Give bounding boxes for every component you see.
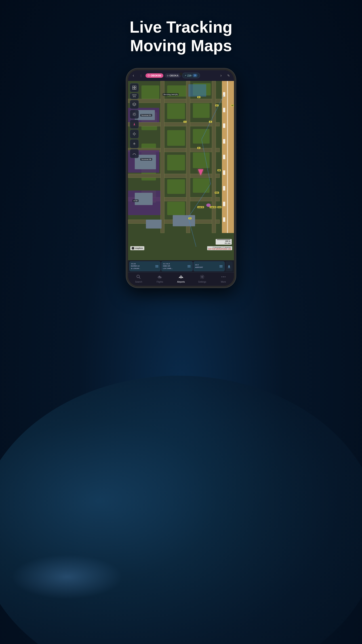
taxiway-s7: S7 xyxy=(215,104,219,106)
taxiway-v2 xyxy=(186,81,190,233)
high-ifr-button[interactable]: HIGH IFR xyxy=(130,93,139,99)
chart-bar: 10-2A BARMI 1H & LOGAN . 11-3 ILS DME OR… xyxy=(128,260,234,272)
grass-12 xyxy=(167,179,185,194)
oboka-pill[interactable]: ◇ OBOKA xyxy=(165,73,181,78)
flights-tab-icon xyxy=(157,274,162,280)
top-nav: ‹ | ⬡ OBOK5N ◇ OBOKA ↗ Z29 16 › ✎ xyxy=(128,70,234,81)
earth-background xyxy=(0,376,362,644)
arc-button[interactable] xyxy=(130,149,139,158)
chart-item-3[interactable]: 10-9 AIRPORT xyxy=(194,262,225,271)
grass-8 xyxy=(193,129,210,144)
grid-button[interactable] xyxy=(130,83,139,92)
tab-bar: Search Flights xyxy=(128,272,234,286)
svg-rect-33 xyxy=(181,277,181,278)
chart-item-3-line1: 10-9 xyxy=(195,264,203,266)
crosshair-button[interactable] xyxy=(130,130,139,138)
svg-point-30 xyxy=(137,275,139,278)
earth-cloud xyxy=(11,554,123,599)
nav-button[interactable] xyxy=(130,120,139,128)
grass-15 xyxy=(167,202,185,215)
deicing-label: De-icing Jedi (D) xyxy=(163,93,179,96)
mapbox-logo: mapbox xyxy=(130,246,144,250)
altitude-button[interactable] xyxy=(130,139,139,148)
taxiway-link52: Link 52 xyxy=(210,206,216,208)
runway-mark3 xyxy=(223,124,225,128)
mapbox-text: mapbox xyxy=(135,247,143,249)
tab-search[interactable]: Search xyxy=(128,274,149,283)
blue-patch-1 xyxy=(188,84,206,96)
layers-button[interactable] xyxy=(130,100,139,109)
z29-pill[interactable]: ↗ Z29 16 xyxy=(182,73,200,78)
runway-mark5 xyxy=(223,155,225,159)
svg-rect-7 xyxy=(134,88,136,90)
scale-0-1nm: 0.1 nm xyxy=(217,242,230,244)
grass-10 xyxy=(193,152,210,168)
svg-rect-6 xyxy=(132,88,134,90)
tab-settings[interactable]: Settings xyxy=(192,274,213,283)
oboka-icon: ◇ xyxy=(167,74,168,77)
chart-item-3-text: 10-9 AIRPORT xyxy=(195,264,203,268)
grass-6 xyxy=(193,103,210,118)
tab-flights[interactable]: Flights xyxy=(149,274,170,283)
svg-line-18 xyxy=(135,113,136,113)
taxiway-link53: Link 53 xyxy=(197,206,204,208)
taxiway-b-mid: B xyxy=(197,147,200,149)
runway-mark1 xyxy=(223,92,225,96)
phone-camera xyxy=(179,72,183,76)
bldg-bottom-1 xyxy=(173,215,195,226)
scale-200m: 200 m xyxy=(217,240,230,242)
svg-rect-32 xyxy=(159,276,160,278)
map-copyright: © Navigraph | © Jeppesen NOT FOR NAVIGAT… xyxy=(207,246,232,250)
sun-button[interactable] xyxy=(130,110,139,119)
search-tab-label: Search xyxy=(135,281,142,283)
runway-mark4 xyxy=(223,139,225,144)
tab-more[interactable]: More xyxy=(213,274,234,283)
phone-wrapper: ‹ | ⬡ OBOK5N ◇ OBOKA ↗ Z29 16 › ✎ xyxy=(126,68,236,288)
forward-button[interactable]: › xyxy=(218,72,224,79)
taxiway-v1 xyxy=(160,81,164,233)
phone-screen: ‹ | ⬡ OBOK5N ◇ OBOKA ↗ Z29 16 › ✎ xyxy=(128,70,234,286)
svg-point-36 xyxy=(223,276,224,277)
svg-marker-20 xyxy=(134,122,135,126)
back-button[interactable]: ‹ xyxy=(130,72,137,79)
oboka-label: OBOKA xyxy=(169,74,179,77)
grass-7 xyxy=(167,130,185,146)
chart-layers-icon-2 xyxy=(187,264,191,268)
svg-rect-4 xyxy=(132,86,134,88)
chart-layers-icon-1 xyxy=(155,264,159,268)
tab-airports[interactable]: Airports xyxy=(170,274,192,283)
chart-item-2[interactable]: 11-3 ILS DME OR LOC DME... xyxy=(161,262,192,271)
chart-item-2-line1: 11-3 ILS xyxy=(163,263,173,265)
runway-mark7 xyxy=(223,186,225,190)
taxiway-s11: S11 xyxy=(217,206,221,208)
runway-mark9 xyxy=(223,217,225,222)
svg-point-21 xyxy=(133,133,135,135)
separator: | xyxy=(138,72,144,79)
svg-point-35 xyxy=(221,276,222,277)
runway-mark2 xyxy=(223,108,225,112)
flights-tab-label: Flights xyxy=(156,281,163,283)
terminal5c-label: Terminal 5C xyxy=(140,114,152,116)
airports-tab-label: Airports xyxy=(177,281,185,283)
svg-marker-28 xyxy=(228,265,230,268)
search-tab-icon xyxy=(136,274,141,280)
upload-button[interactable] xyxy=(225,262,233,271)
taxiway-n8: N8 xyxy=(217,169,221,171)
runway-mark8 xyxy=(223,202,225,206)
edit-button[interactable]: ✎ xyxy=(225,72,232,79)
svg-point-34 xyxy=(202,276,203,278)
taxiway-n7: N7 xyxy=(231,104,234,106)
scale-bar-inner xyxy=(217,240,230,240)
svg-marker-8 xyxy=(132,103,136,105)
taxiway-v3 xyxy=(212,81,216,233)
obok5n-pill[interactable]: ⬡ OBOK5N xyxy=(145,73,163,78)
z29-icon: ↗ xyxy=(185,74,186,77)
grass-9 xyxy=(167,155,185,170)
grass-5 xyxy=(167,103,185,119)
taxiway-c: C xyxy=(183,121,187,123)
grass-1 xyxy=(141,86,159,99)
map-area[interactable]: HIGH IFR xyxy=(128,81,234,260)
terminal5a-label: al 5A xyxy=(132,200,139,202)
ifr-label2: IFR xyxy=(133,96,136,98)
chart-item-1[interactable]: 10-2A BARMI 1H & LOGAN . xyxy=(129,262,160,271)
